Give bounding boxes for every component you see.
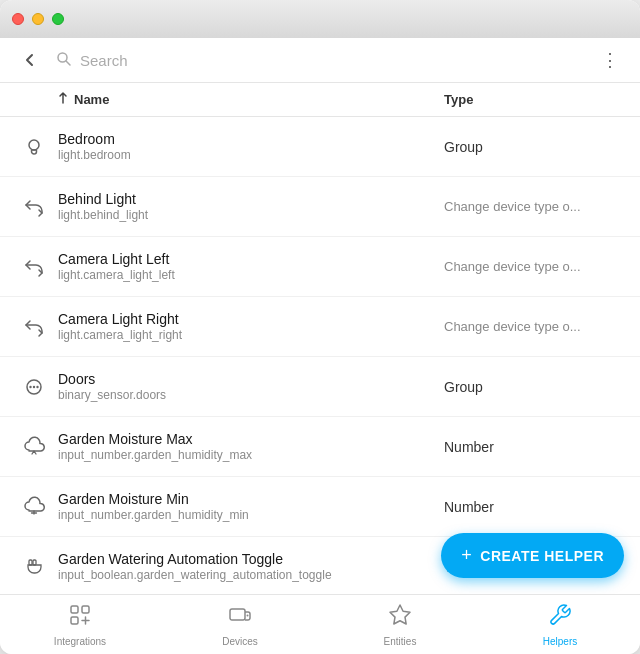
row-icon-arrows [16, 189, 52, 225]
row-info-garden-watering: Garden Watering Automation Toggle input_… [58, 551, 444, 582]
row-info-garden-moisture-min: Garden Moisture Min input_number.garden_… [58, 491, 444, 522]
svg-rect-10 [71, 617, 78, 624]
entities-icon [388, 603, 412, 633]
row-icon-bulb [16, 129, 52, 165]
bottom-navigation: Integrations Devices Entities [0, 594, 640, 654]
svg-rect-11 [230, 609, 245, 620]
row-type-camera-light-left: Change device type o... [444, 259, 624, 274]
create-helper-label: CREATE HELPER [480, 548, 604, 564]
list-item-camera-light-left[interactable]: Camera Light Left light.camera_light_lef… [0, 237, 640, 297]
svg-point-5 [36, 385, 38, 387]
row-name-garden-watering: Garden Watering Automation Toggle [58, 551, 444, 567]
search-input[interactable] [80, 52, 584, 69]
close-button[interactable] [12, 13, 24, 25]
table-header: Name Type [0, 83, 640, 117]
row-type-garden-moisture-max: Number [444, 439, 624, 455]
row-name-doors: Doors [58, 371, 444, 387]
maximize-button[interactable] [52, 13, 64, 25]
plus-icon: + [461, 545, 472, 566]
row-entity-camera-light-left: light.camera_light_left [58, 268, 444, 282]
entities-label: Entities [384, 636, 417, 647]
row-type-behind-light: Change device type o... [444, 199, 624, 214]
type-column-header: Type [444, 92, 624, 107]
row-name-bedroom: Bedroom [58, 131, 444, 147]
row-name-camera-light-left: Camera Light Left [58, 251, 444, 267]
nav-item-entities[interactable]: Entities [320, 595, 480, 654]
integrations-icon [68, 603, 92, 633]
devices-icon [228, 603, 252, 633]
row-icon-cloud [16, 429, 52, 465]
name-column-header: Name [56, 91, 444, 108]
row-type-bedroom: Group [444, 139, 624, 155]
row-entity-garden-moisture-min: input_number.garden_humidity_min [58, 508, 444, 522]
row-name-behind-light: Behind Light [58, 191, 444, 207]
row-icon-arrows [16, 249, 52, 285]
nav-item-devices[interactable]: Devices [160, 595, 320, 654]
minimize-button[interactable] [32, 13, 44, 25]
row-entity-doors: binary_sensor.doors [58, 388, 444, 402]
list-item-camera-light-right[interactable]: Camera Light Right light.camera_light_ri… [0, 297, 640, 357]
list-item-behind-light[interactable]: Behind Light light.behind_light Change d… [0, 177, 640, 237]
list-item-doors[interactable]: Doors binary_sensor.doors Group [0, 357, 640, 417]
sort-icon [56, 91, 70, 108]
row-icon-cloud-alt [16, 489, 52, 525]
row-info-doors: Doors binary_sensor.doors [58, 371, 444, 402]
row-info-camera-light-right: Camera Light Right light.camera_light_ri… [58, 311, 444, 342]
more-options-button[interactable]: ⋮ [596, 46, 624, 74]
row-entity-garden-watering: input_boolean.garden_watering_automation… [58, 568, 444, 582]
entity-list: Bedroom light.bedroom Group Behind Light… [0, 117, 640, 594]
top-bar: ⋮ [0, 38, 640, 83]
row-name-garden-moisture-min: Garden Moisture Min [58, 491, 444, 507]
helpers-icon [548, 603, 572, 633]
svg-point-4 [33, 385, 35, 387]
svg-point-1 [29, 140, 39, 150]
row-info-bedroom: Bedroom light.bedroom [58, 131, 444, 162]
search-icon [56, 51, 72, 70]
helpers-label: Helpers [543, 636, 577, 647]
app-window: ⋮ Name Type Bedroom [0, 0, 640, 654]
svg-rect-7 [33, 560, 36, 565]
list-item-garden-moisture-max[interactable]: Garden Moisture Max input_number.garden_… [0, 417, 640, 477]
row-icon-arrows [16, 309, 52, 345]
search-box [56, 51, 584, 70]
row-type-doors: Group [444, 379, 624, 395]
nav-item-integrations[interactable]: Integrations [0, 595, 160, 654]
row-name-camera-light-right: Camera Light Right [58, 311, 444, 327]
devices-label: Devices [222, 636, 258, 647]
row-icon-dots [16, 369, 52, 405]
row-info-garden-moisture-max: Garden Moisture Max input_number.garden_… [58, 431, 444, 462]
row-entity-behind-light: light.behind_light [58, 208, 444, 222]
back-button[interactable] [16, 46, 44, 74]
row-entity-camera-light-right: light.camera_light_right [58, 328, 444, 342]
nav-item-helpers[interactable]: Helpers [480, 595, 640, 654]
row-type-camera-light-right: Change device type o... [444, 319, 624, 334]
row-info-camera-light-left: Camera Light Left light.camera_light_lef… [58, 251, 444, 282]
integrations-label: Integrations [54, 636, 106, 647]
svg-rect-8 [71, 606, 78, 613]
svg-rect-9 [82, 606, 89, 613]
content-area: Name Type Bedroom light.bedroom Group [0, 83, 640, 594]
row-entity-bedroom: light.bedroom [58, 148, 444, 162]
svg-point-12 [247, 614, 249, 616]
svg-point-3 [29, 385, 31, 387]
row-icon-faucet [16, 549, 52, 585]
list-item-bedroom[interactable]: Bedroom light.bedroom Group [0, 117, 640, 177]
row-type-garden-moisture-min: Number [444, 499, 624, 515]
title-bar [0, 0, 640, 38]
row-entity-garden-moisture-max: input_number.garden_humidity_max [58, 448, 444, 462]
create-helper-button[interactable]: + CREATE HELPER [441, 533, 624, 578]
row-info-behind-light: Behind Light light.behind_light [58, 191, 444, 222]
svg-rect-6 [29, 560, 32, 565]
list-item-garden-moisture-min[interactable]: Garden Moisture Min input_number.garden_… [0, 477, 640, 537]
row-name-garden-moisture-max: Garden Moisture Max [58, 431, 444, 447]
